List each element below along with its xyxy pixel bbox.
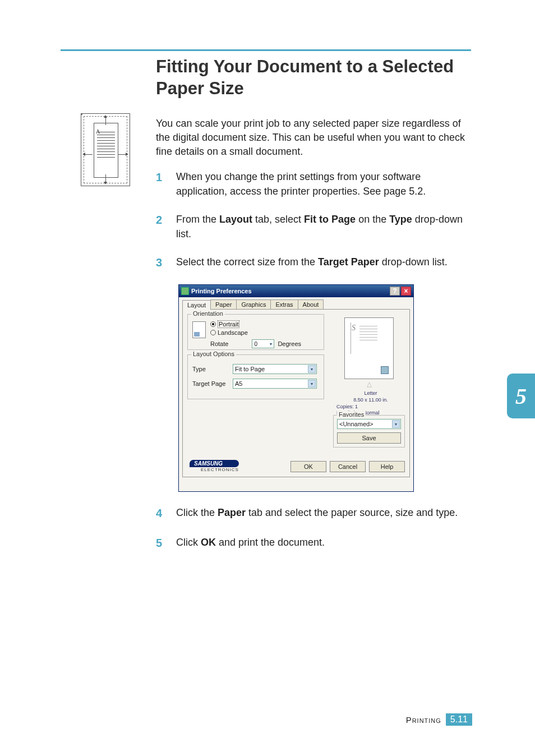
help-button[interactable]: Help [369,461,405,472]
chevron-down-icon: ▾ [270,342,272,347]
app-icon [181,287,189,295]
tab-about[interactable]: About [298,299,324,309]
rotate-value: 0 [254,341,257,347]
triangle-up-icon: △ [333,380,405,388]
step-text: Click the Paper tab and select the paper… [176,505,470,522]
preview-paper: Letter [336,390,405,397]
preview-copies: Copies: 1 [336,404,405,411]
tab-graphics[interactable]: Graphics [236,299,271,309]
favorites-select[interactable]: <Unnamed> ▾ [337,419,401,429]
ok-button[interactable]: OK [290,461,326,472]
brand-sub: ELECTRONICS [201,467,239,472]
cancel-button[interactable]: Cancel [330,461,366,472]
rotate-row: Rotate 0 ▾ Degrees [210,339,301,348]
dialog-body: Orientation Portrait Landscape Rotate [182,309,410,477]
preview-page-icon: S [344,317,394,379]
tab-paper[interactable]: Paper [210,299,237,309]
brand-logo: SAMSUNG ELECTRONICS [190,460,239,472]
radio-portrait[interactable]: Portrait [210,320,239,328]
step-2: 2 From the Layout tab, select Fit to Pag… [156,212,470,241]
step-3: 3 Select the correct size from the Targe… [156,255,470,271]
radio-label: Portrait [218,320,239,328]
chevron-down-icon: ▾ [308,380,316,388]
chapter-tab: 5 [507,374,535,418]
dialog-figure: Printing Preferences ? × Layout Paper Gr… [178,284,414,492]
save-button[interactable]: Save [337,432,401,444]
side-figure: A [81,113,130,186]
steps-list: 1 When you change the print settings fro… [156,169,470,565]
orientation-group: Orientation Portrait Landscape Rotate [187,314,324,350]
step-number: 1 [156,169,176,199]
radio-icon [210,321,216,327]
brand-name: SAMSUNG [190,460,239,467]
step-number: 2 [156,212,176,241]
step-text: Click OK and print the document. [176,535,470,551]
dialog-tabs: Layout Paper Graphics Extras About [179,297,413,309]
chevron-down-icon: ▾ [392,420,400,428]
page-footer: Printing 5.11 [406,713,472,726]
target-label: Target Page [192,380,229,387]
step-text: Select the correct size from the Target … [176,255,470,271]
dialog-buttons: OK Cancel Help [290,461,405,472]
favorites-group: Favorites <Unnamed> ▾ Save [333,415,405,448]
tab-layout[interactable]: Layout [182,300,211,310]
radio-label: Landscape [218,329,248,336]
radio-icon [210,330,216,335]
chevron-down-icon: ▾ [308,365,316,373]
preview-pane: S △ Letter 8.50 x 11.00 in. Copies: 1 Re… [333,314,405,417]
group-label: Layout Options [191,351,236,357]
type-label: Type [192,366,229,372]
preview-corner-icon [381,366,389,374]
footer-label: Printing [406,715,441,725]
preview-dims: 8.50 x 11.00 in. [336,397,405,404]
favorites-value: <Unnamed> [339,421,373,427]
group-label: Favorites [337,411,366,418]
step-number: 4 [156,505,176,522]
radio-landscape[interactable]: Landscape [210,329,248,336]
dialog-title-text: Printing Preferences [191,288,252,294]
layout-options-group: Layout Options Type Fit to Page ▾ Target… [187,354,324,399]
orientation-icon [192,321,206,338]
help-button[interactable]: ? [390,287,400,296]
step-number: 5 [156,535,176,551]
step-4: 4 Click the Paper tab and select the pap… [156,505,470,522]
top-rule [61,49,471,51]
degrees-label: Degrees [278,340,301,347]
type-value: Fit to Page [235,366,265,372]
close-button[interactable]: × [401,287,411,296]
page-title: Fitting Your Document to a Selected Pape… [156,56,470,100]
group-label: Orientation [191,310,225,317]
step-text: From the Layout tab, select Fit to Page … [176,212,470,241]
step-5: 5 Click OK and print the document. [156,535,470,551]
step-number: 3 [156,255,176,271]
type-select[interactable]: Fit to Page ▾ [233,364,317,374]
dialog-titlebar: Printing Preferences ? × [179,285,413,297]
target-value: A5 [235,380,242,387]
target-select[interactable]: A5 ▾ [233,379,317,389]
footer-page: 5.11 [446,713,472,726]
rotate-input[interactable]: 0 ▾ [252,339,274,348]
step-1: 1 When you change the print settings fro… [156,169,470,199]
step-text: When you change the print settings from … [176,169,470,199]
intro-paragraph: You can scale your print job to any sele… [156,117,470,159]
rotate-label: Rotate [210,340,228,347]
tab-extras[interactable]: Extras [270,299,298,309]
preview-letter: S [352,324,356,333]
